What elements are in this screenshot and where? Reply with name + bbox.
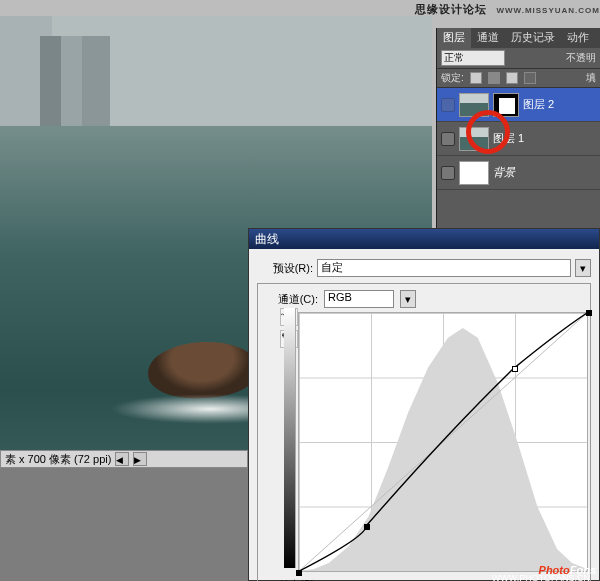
layer-row-bg[interactable]: 背景 bbox=[437, 156, 600, 190]
blend-mode-select[interactable]: 正常 bbox=[441, 50, 505, 66]
eye-icon[interactable] bbox=[441, 166, 455, 180]
lock-position-icon[interactable] bbox=[506, 72, 518, 84]
curve-point[interactable] bbox=[586, 310, 592, 316]
tab-channels[interactable]: 通道 bbox=[471, 28, 505, 48]
channel-dropdown-icon[interactable]: ▾ bbox=[400, 290, 416, 308]
workspace-background bbox=[0, 468, 248, 581]
panel-tabs: 图层 通道 历史记录 动作 bbox=[437, 28, 600, 48]
lock-label: 锁定: bbox=[441, 71, 464, 85]
preset-label: 预设(R): bbox=[257, 261, 313, 276]
fill-label: 填 bbox=[586, 71, 596, 85]
curves-dialog: 曲线 预设(R): 自定 ▾ 通道(C): RGB ▾ 〰 ✎ bbox=[248, 228, 600, 581]
preset-select[interactable]: 自定 bbox=[317, 259, 571, 277]
document-status-bar: 素 x 700 像素 (72 ppi) ◀ ▶ bbox=[0, 450, 248, 468]
output-gradient bbox=[284, 308, 296, 568]
opacity-label: 不透明 bbox=[566, 51, 596, 65]
tab-actions[interactable]: 动作 bbox=[561, 28, 595, 48]
curve-point[interactable] bbox=[512, 366, 518, 372]
preset-dropdown-icon[interactable]: ▾ bbox=[575, 259, 591, 277]
tab-layers[interactable]: 图层 bbox=[437, 28, 471, 48]
curve-point[interactable] bbox=[364, 524, 370, 530]
layer-thumbnail[interactable] bbox=[459, 161, 489, 185]
tab-history[interactable]: 历史记录 bbox=[505, 28, 561, 48]
eye-icon[interactable] bbox=[441, 132, 455, 146]
curves-graph[interactable] bbox=[298, 312, 588, 572]
layer-name[interactable]: 背景 bbox=[493, 165, 515, 180]
layers-panel: 图层 通道 历史记录 动作 正常 不透明 锁定: 填 图层 2 图层 1 背景 bbox=[436, 28, 600, 228]
svg-line-0 bbox=[299, 313, 587, 571]
curve-point[interactable] bbox=[296, 570, 302, 576]
annotation-circle bbox=[466, 110, 510, 154]
layer-row-2[interactable]: 图层 2 bbox=[437, 88, 600, 122]
status-nav-left-icon[interactable]: ◀ bbox=[115, 452, 129, 466]
channel-select[interactable]: RGB bbox=[324, 290, 394, 308]
dialog-title: 曲线 bbox=[249, 229, 599, 249]
document-info: 素 x 700 像素 (72 ppi) bbox=[5, 452, 111, 467]
eye-icon[interactable] bbox=[441, 98, 455, 112]
layer-name[interactable]: 图层 2 bbox=[523, 97, 554, 112]
layer-row-1[interactable]: 图层 1 bbox=[437, 122, 600, 156]
channel-label: 通道(C): bbox=[262, 292, 318, 307]
layer-list: 图层 2 图层 1 背景 bbox=[437, 88, 600, 190]
status-nav-right-icon[interactable]: ▶ bbox=[133, 452, 147, 466]
curve-line[interactable] bbox=[299, 313, 587, 571]
credit-text: 思缘设计论坛 bbox=[415, 3, 487, 15]
lock-pixels-icon[interactable] bbox=[488, 72, 500, 84]
credit-url: WWW.MISSYUAN.COM bbox=[496, 6, 600, 15]
watermark-url: WWW.PHOTOFANS.CN bbox=[492, 573, 590, 581]
lock-transparent-icon[interactable] bbox=[470, 72, 482, 84]
lock-all-icon[interactable] bbox=[524, 72, 536, 84]
